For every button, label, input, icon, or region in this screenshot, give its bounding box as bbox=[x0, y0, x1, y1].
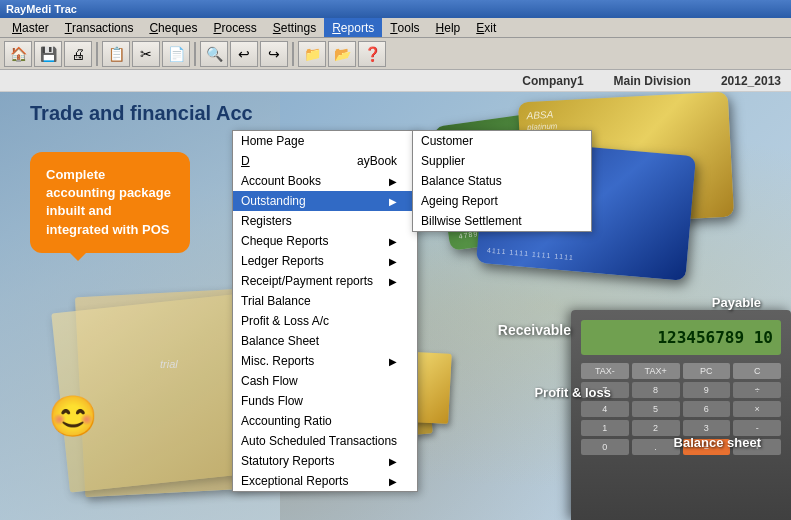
menu-auto-scheduled[interactable]: Auto Scheduled Transactions bbox=[233, 431, 417, 451]
toolbar-help[interactable]: ❓ bbox=[358, 41, 386, 67]
profitloss-label: Profit & loss bbox=[534, 385, 611, 400]
division-name: Main Division bbox=[614, 74, 691, 88]
menu-transactions[interactable]: Transactions bbox=[57, 18, 142, 37]
company-name: Company1 bbox=[522, 74, 583, 88]
menu-home-page[interactable]: Home Page bbox=[233, 131, 417, 151]
toolbar-folder[interactable]: 📁 bbox=[298, 41, 326, 67]
menu-profit-loss[interactable]: Profit & Loss A/c bbox=[233, 311, 417, 331]
toolbar-open[interactable]: 📂 bbox=[328, 41, 356, 67]
menu-process[interactable]: Process bbox=[205, 18, 264, 37]
menu-reports[interactable]: Reports bbox=[324, 18, 382, 37]
fiscal-year: 2012_2013 bbox=[721, 74, 781, 88]
title-bar: RayMedi Trac bbox=[0, 0, 791, 18]
calc-key: 4 bbox=[581, 401, 629, 417]
menu-ledger-reports[interactable]: Ledger Reports ▶ bbox=[233, 251, 417, 271]
menu-receipt-payment[interactable]: Receipt/Payment reports ▶ bbox=[233, 271, 417, 291]
toolbar-cut[interactable]: ✂ bbox=[132, 41, 160, 67]
reports-menu: Home Page DayBook Account Books ▶ Outsta… bbox=[232, 130, 418, 492]
calc-key: 8 bbox=[632, 382, 680, 398]
menu-exceptional[interactable]: Exceptional Reports ▶ bbox=[233, 471, 417, 491]
outstanding-submenu: Customer Supplier Balance Status Ageing … bbox=[412, 130, 592, 232]
menu-settings[interactable]: Settings bbox=[265, 18, 324, 37]
app-title: RayMedi Trac bbox=[6, 3, 77, 15]
menu-registers[interactable]: Registers bbox=[233, 211, 417, 231]
speech-bubble: Complete accounting package inbuilt and … bbox=[30, 152, 190, 253]
toolbar-undo[interactable]: ↩ bbox=[230, 41, 258, 67]
calc-key: 2 bbox=[632, 420, 680, 436]
menu-cheque-reports[interactable]: Cheque Reports ▶ bbox=[233, 231, 417, 251]
calc-screen: 123456789 10 bbox=[581, 320, 781, 355]
menu-account-books[interactable]: Account Books ▶ bbox=[233, 171, 417, 191]
submenu-customer[interactable]: Customer bbox=[413, 131, 591, 151]
calc-key: 6 bbox=[683, 401, 731, 417]
main-content: ABSA platinum 4789 3456 7890 ABSA platin… bbox=[0, 92, 791, 520]
calc-key: 9 bbox=[683, 382, 731, 398]
toolbar-find[interactable]: 🔍 bbox=[200, 41, 228, 67]
calc-key: C bbox=[733, 363, 781, 379]
toolbar-new[interactable]: 📄 bbox=[162, 41, 190, 67]
calc-key: 0 bbox=[581, 439, 629, 455]
calc-key: 5 bbox=[632, 401, 680, 417]
submenu-balance-status[interactable]: Balance Status bbox=[413, 171, 591, 191]
submenu-supplier[interactable]: Supplier bbox=[413, 151, 591, 171]
menu-cheques[interactable]: Cheques bbox=[141, 18, 205, 37]
submenu-billwise[interactable]: Billwise Settlement bbox=[413, 211, 591, 231]
menu-exit[interactable]: Exit bbox=[468, 18, 504, 37]
menu-funds-flow[interactable]: Funds Flow bbox=[233, 391, 417, 411]
smiley-face: 😊 bbox=[48, 393, 98, 440]
menu-help[interactable]: Help bbox=[428, 18, 469, 37]
menu-bar: Master Transactions Cheques Process Sett… bbox=[0, 18, 791, 38]
menu-balance-sheet[interactable]: Balance Sheet bbox=[233, 331, 417, 351]
calc-key: - bbox=[733, 420, 781, 436]
header-info: Company1 Main Division 2012_2013 bbox=[0, 70, 791, 92]
calc-key: . bbox=[632, 439, 680, 455]
submenu-ageing-report[interactable]: Ageing Report bbox=[413, 191, 591, 211]
trade-label: Trade and financial Acc bbox=[30, 102, 253, 125]
toolbar-save[interactable]: 💾 bbox=[34, 41, 62, 67]
toolbar-home[interactable]: 🏠 bbox=[4, 41, 32, 67]
calc-key: 1 bbox=[581, 420, 629, 436]
trial-label: trial bbox=[160, 358, 178, 370]
calc-key: PC bbox=[683, 363, 731, 379]
calc-key: TAX- bbox=[581, 363, 629, 379]
menu-outstanding[interactable]: Outstanding ▶ bbox=[233, 191, 417, 211]
menu-tools[interactable]: Tools bbox=[382, 18, 427, 37]
menu-daybook[interactable]: DayBook bbox=[233, 151, 417, 171]
menu-trial-balance[interactable]: Trial Balance bbox=[233, 291, 417, 311]
menu-accounting-ratio[interactable]: Accounting Ratio bbox=[233, 411, 417, 431]
menu-cash-flow[interactable]: Cash Flow bbox=[233, 371, 417, 391]
menu-misc-reports[interactable]: Misc. Reports ▶ bbox=[233, 351, 417, 371]
calculator: 123456789 10 TAX- TAX+ PC C 7 8 9 ÷ 4 5 … bbox=[571, 310, 791, 520]
payable-label: Payable bbox=[712, 295, 761, 310]
menu-statutory[interactable]: Statutory Reports ▶ bbox=[233, 451, 417, 471]
toolbar: 🏠 💾 🖨 📋 ✂ 📄 🔍 ↩ ↪ 📁 📂 ❓ bbox=[0, 38, 791, 70]
calc-key: × bbox=[733, 401, 781, 417]
calc-key: TAX+ bbox=[632, 363, 680, 379]
toolbar-copy[interactable]: 📋 bbox=[102, 41, 130, 67]
balancesheet-label: Balance sheet bbox=[674, 435, 761, 450]
calc-key: 3 bbox=[683, 420, 731, 436]
calc-key: ÷ bbox=[733, 382, 781, 398]
toolbar-print[interactable]: 🖨 bbox=[64, 41, 92, 67]
menu-master[interactable]: Master bbox=[4, 18, 57, 37]
receivable-label: Receivable bbox=[498, 322, 571, 338]
toolbar-redo[interactable]: ↪ bbox=[260, 41, 288, 67]
